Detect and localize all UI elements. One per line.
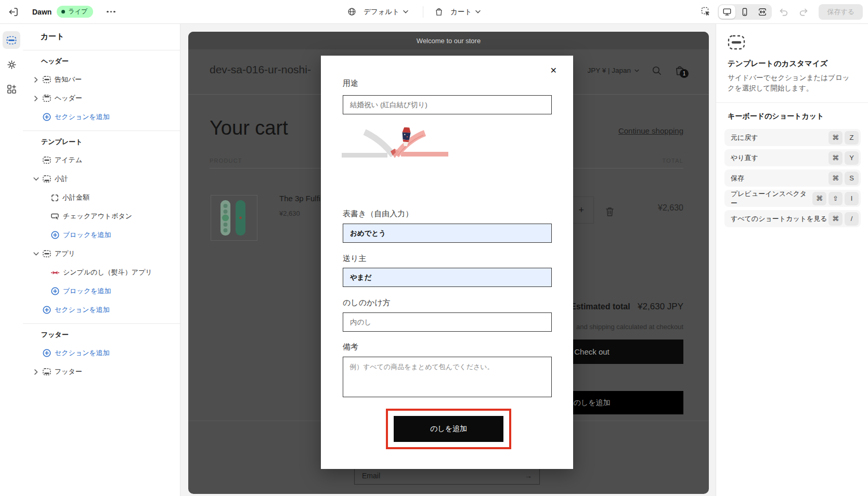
sidebar-item-footer[interactable]: フッター — [23, 362, 180, 381]
purpose-input[interactable] — [343, 95, 552, 114]
product-thumbnail[interactable] — [211, 195, 257, 241]
add-section-label: セクションを追加 — [55, 348, 110, 358]
section-mid-icon — [43, 156, 51, 164]
apps-icon — [7, 84, 17, 94]
close-icon[interactable]: ✕ — [547, 65, 560, 76]
chevron-down-icon[interactable] — [33, 252, 39, 256]
shortcut-row-undo: 元に戻す ⌘Z — [724, 129, 861, 146]
add-block-button-subtotal[interactable]: ブロックを追加 — [23, 226, 180, 244]
item-label: アイテム — [55, 155, 82, 165]
cart-count-badge: 1 — [680, 69, 689, 78]
bag-icon — [435, 7, 443, 16]
save-button[interactable]: 保存する — [819, 4, 863, 20]
sidebar-item-items[interactable]: アイテム — [23, 151, 180, 169]
cart-line-total: ¥2,630 — [658, 203, 683, 213]
theme-settings-rail-button[interactable] — [3, 56, 20, 73]
section-mid-icon — [43, 76, 51, 83]
add-section-button-template[interactable]: セクションを追加 — [23, 301, 180, 319]
add-noshi-submit-button[interactable]: のしを追加 — [394, 416, 503, 442]
sidebar-item-apps[interactable]: アプリ — [23, 244, 180, 263]
sidebar-item-announcement-bar[interactable]: 告知バー — [23, 70, 180, 89]
inspector-divider — [716, 102, 868, 103]
more-actions-button[interactable] — [103, 8, 119, 16]
newsletter-email-field[interactable]: Email → — [354, 466, 540, 485]
chevron-down-icon — [634, 69, 639, 72]
shortcut-row-save: 保存 ⌘S — [724, 169, 861, 187]
key-y: Y — [845, 151, 859, 165]
key-s: S — [845, 172, 859, 185]
item-label: 小計 — [55, 174, 68, 184]
chevron-down-icon — [475, 10, 481, 14]
store-name[interactable]: dev-sa-016-ur-noshi- — [210, 63, 311, 76]
search-icon[interactable] — [652, 66, 662, 76]
wrap-style-input[interactable] — [343, 312, 552, 332]
sidebar-item-subtotal[interactable]: 小計 — [23, 169, 180, 188]
sections-icon — [6, 36, 17, 45]
sender-input[interactable] — [343, 268, 552, 287]
remarks-textarea[interactable] — [343, 357, 552, 397]
key-cmd: ⌘ — [812, 192, 826, 205]
mobile-view-button[interactable] — [736, 5, 753, 19]
chevron-down-icon[interactable] — [33, 177, 39, 181]
shortcuts-title: キーボードのショートカット — [728, 112, 824, 121]
estimated-total-value: ¥2,630 JPY — [638, 302, 683, 312]
continue-shopping-link[interactable]: Continue shopping — [618, 126, 683, 135]
shortcut-label: プレビューインスペクター — [731, 189, 812, 208]
item-label: シンプルのし（熨斗）アプリ — [63, 268, 152, 277]
sidebar-item-header[interactable]: ヘッダー — [23, 89, 180, 108]
cart-item-name[interactable]: The 3p Fulfil — [279, 194, 322, 203]
plus-circle-icon — [43, 306, 51, 314]
ribbon-bow-icon — [51, 269, 59, 276]
page-selector-dropdown[interactable]: デフォルト — [360, 7, 411, 17]
cart-bag-icon[interactable]: 1 — [675, 65, 685, 76]
arrow-right-icon[interactable]: → — [525, 472, 532, 480]
key-cmd: ⌘ — [828, 151, 843, 165]
shortcut-label: 元に戻す — [731, 133, 758, 142]
sidebar-item-noshi-app[interactable]: シンプルのし（熨斗）アプリ — [23, 263, 180, 282]
quantity-increase-button[interactable]: + — [578, 197, 584, 223]
view-selector-dropdown[interactable]: カート — [447, 7, 484, 17]
item-label: 小計金額 — [62, 193, 89, 202]
preview-inspector-button[interactable] — [698, 4, 714, 20]
section-bottom-icon — [43, 175, 51, 182]
sections-rail-button[interactable] — [3, 31, 20, 49]
key-i: I — [845, 192, 859, 205]
add-section-button-footer[interactable]: セクションを追加 — [23, 344, 180, 362]
chevron-right-icon[interactable] — [33, 96, 39, 101]
item-label: フッター — [55, 367, 82, 376]
key-cmd: ⌘ — [828, 131, 843, 145]
app-embeds-rail-button[interactable] — [3, 80, 20, 98]
sidebar-item-checkout-button[interactable]: チェックアウトボタン — [23, 207, 180, 226]
locale-label: JPY ¥ | Japan — [587, 67, 631, 74]
shortcut-list: 元に戻す ⌘Z やり直す ⌘Y 保存 ⌘S プレビューインスペクター ⌘⇧I す… — [724, 129, 861, 227]
redo-button[interactable] — [796, 4, 811, 20]
locale-selector[interactable]: JPY ¥ | Japan — [587, 67, 639, 74]
add-block-button-apps[interactable]: ブロックを追加 — [23, 282, 180, 301]
add-section-button-header[interactable]: セクションを追加 — [23, 108, 180, 126]
fullwidth-icon — [758, 7, 767, 17]
cursor-button-icon — [51, 213, 59, 220]
desktop-view-button[interactable] — [719, 5, 735, 19]
cart-item-price: ¥2,630 — [279, 210, 300, 217]
sidebar-item-subtotal-amount[interactable]: 小計金額 — [23, 188, 180, 207]
sender-label: 送り主 — [343, 254, 366, 264]
inspector-description: サイドバーでセクションまたはブロックを選択して開始します。 — [728, 73, 852, 94]
omotegaki-input[interactable] — [343, 224, 552, 243]
add-block-label: ブロックを追加 — [63, 286, 111, 296]
undo-button[interactable] — [776, 4, 792, 20]
trash-icon[interactable] — [605, 206, 615, 217]
shortcut-label: やり直す — [731, 153, 758, 163]
announcement-bar: Welcome to our store — [188, 32, 709, 49]
key-cmd: ⌘ — [828, 172, 843, 185]
chevron-right-icon[interactable] — [33, 369, 39, 375]
add-section-label: セクションを追加 — [55, 305, 110, 315]
noshi-ribbon-image — [342, 127, 448, 174]
fullwidth-view-button[interactable] — [754, 5, 771, 19]
cart-page-title: Your cart — [210, 117, 288, 139]
shortcut-row-all-shortcuts[interactable]: すべてのショートカットを見る ⌘/ — [724, 210, 861, 227]
chevron-right-icon[interactable] — [33, 77, 39, 83]
shortcut-row-redo: やり直す ⌘Y — [724, 149, 861, 166]
exit-editor-button[interactable] — [5, 4, 21, 20]
section-bottom-icon — [43, 368, 51, 375]
toolbar-left: Dawn ライブ — [5, 0, 119, 23]
